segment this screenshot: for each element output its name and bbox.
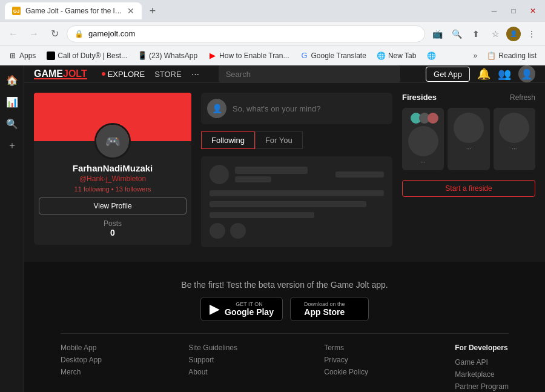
google-translate-icon: G — [300, 51, 308, 60]
footer-link-marketplace[interactable]: Marketplace — [455, 370, 509, 379]
footer-link-guidelines[interactable]: Site Guidelines — [188, 344, 237, 352]
bookmark-translate-vid[interactable]: ▶ How to Enable Tran... — [205, 50, 292, 61]
globe-icon: 🌐 — [377, 51, 386, 60]
globe2-icon: 🌐 — [427, 51, 435, 60]
whatsapp-label: (23) WhatsApp — [149, 51, 197, 60]
more-options-icon[interactable]: ⋮ — [523, 25, 540, 42]
nav-user-avatar[interactable]: 👤 — [518, 65, 535, 82]
fireside-card-3[interactable]: ··· — [494, 108, 535, 170]
firesides-header: Firesides Refresh — [402, 93, 535, 102]
footer-cta-text: Be the first! Test the beta version of t… — [61, 280, 509, 290]
tab-for-you[interactable]: For You — [255, 131, 303, 149]
play-large-text: Google Play — [225, 307, 274, 317]
post-text-input[interactable] — [233, 104, 386, 113]
share-icon[interactable]: ⬆ — [467, 25, 484, 42]
maximize-button[interactable]: □ — [506, 4, 521, 18]
footer-link-support[interactable]: Support — [188, 356, 237, 364]
whatsapp-icon: 📱 — [138, 51, 147, 60]
store-label: STORE — [154, 70, 182, 79]
logo-jolt-text: JOLT — [63, 68, 87, 79]
nav-notification-icon[interactable]: 🔔 — [477, 67, 490, 81]
close-window-button[interactable]: ✕ — [526, 4, 540, 18]
get-app-button[interactable]: Get App — [426, 67, 470, 82]
sidebar-search-icon[interactable]: 🔍 — [2, 114, 22, 133]
address-bar[interactable]: 🔒 gamejolt.com — [67, 25, 425, 42]
tab-title: Game Jolt - Games for the love o... — [25, 7, 122, 15]
browser-tab[interactable]: GJ Game Jolt - Games for the love o... ✕ — [5, 2, 142, 19]
footer-link-privacy[interactable]: Privacy — [324, 356, 368, 364]
skeleton-line-3 — [210, 212, 314, 218]
nav-actions: Get App 🔔 👥 👤 — [426, 65, 535, 82]
footer-link-terms[interactable]: Terms — [324, 344, 368, 352]
bookmark-icon[interactable]: ☆ — [487, 25, 504, 42]
bookmark-cod[interactable]: Call of Duty® | Best... — [43, 50, 131, 61]
tab-favicon: GJ — [12, 7, 21, 15]
nav-more-options[interactable]: ⋯ — [191, 70, 199, 79]
fireside-card-1[interactable]: ··· — [402, 108, 444, 170]
search-input[interactable] — [219, 65, 400, 82]
chrome-profile-avatar[interactable]: 👤 — [506, 27, 521, 41]
forward-button[interactable]: → — [25, 25, 42, 42]
tab-following[interactable]: Following — [201, 131, 255, 149]
bookmark-apps[interactable]: ⊞ Apps — [5, 50, 39, 61]
footer-link-game-api[interactable]: Game API — [455, 358, 509, 367]
reading-list-icon: 📋 — [487, 51, 496, 60]
back-button[interactable]: ← — [5, 25, 22, 42]
new-tab-button[interactable]: + — [144, 2, 161, 19]
sidebar-chart-icon[interactable]: 📊 — [2, 92, 22, 111]
skeleton-header — [210, 165, 384, 184]
footer-col-2: Site Guidelines Support About — [188, 344, 237, 391]
refresh-button[interactable]: ↻ — [46, 25, 63, 42]
bookmark-google-translate[interactable]: G Google Translate — [296, 50, 369, 61]
footer-col-3: Terms Privacy Cookie Policy — [324, 344, 368, 391]
nav-store[interactable]: STORE — [154, 70, 182, 79]
window-controls: ─ □ ✕ — [487, 4, 540, 18]
view-profile-button[interactable]: View Profile — [39, 198, 187, 214]
footer-link-partner[interactable]: Partner Program — [455, 382, 509, 391]
zoom-icon[interactable]: 🔍 — [448, 25, 465, 42]
browser-titlebar: GJ Game Jolt - Games for the love o... ✕… — [0, 0, 545, 22]
firesides-refresh-btn[interactable]: Refresh — [510, 93, 535, 102]
skeleton-avatar-3 — [230, 223, 246, 239]
skeleton-avatar-2 — [210, 223, 225, 239]
footer-link-cookie[interactable]: Cookie Policy — [324, 368, 368, 376]
footer-link-merch[interactable]: Merch — [61, 368, 102, 376]
footer-link-desktop[interactable]: Desktop App — [61, 356, 102, 364]
bookmarks-more-icon[interactable]: » — [474, 51, 478, 60]
address-text: gamejolt.com — [88, 29, 417, 38]
left-sidebar: 🏠 📊 🔍 ＋ — [0, 65, 24, 392]
sidebar-home-icon[interactable]: 🏠 — [2, 70, 22, 90]
toolbar-actions: 📺 🔍 ⬆ ☆ 👤 ⋮ — [429, 25, 540, 42]
nav-explore[interactable]: EXPLORE — [102, 70, 145, 79]
fireside-name-1: ··· — [420, 159, 425, 165]
browser-toolbar: ← → ↻ 🔒 gamejolt.com 📺 🔍 ⬆ ☆ 👤 ⋮ — [0, 22, 545, 46]
gamejolt-logo: GAMEJOLT — [34, 68, 87, 79]
bookmark-whatsapp[interactable]: 📱 (23) WhatsApp — [134, 50, 201, 61]
sidebar-add-icon[interactable]: ＋ — [2, 136, 22, 155]
footer-link-mobile[interactable]: Mobile App — [61, 344, 102, 352]
fireside-card-2[interactable]: ··· — [448, 108, 489, 170]
skeleton-avatar-1 — [210, 165, 229, 184]
bookmark-new-tab[interactable]: 🌐 New Tab — [374, 50, 420, 61]
fireside-main-avatar-2 — [454, 113, 484, 143]
fireside-avatar-1c — [428, 113, 438, 124]
minimize-button[interactable]: ─ — [487, 4, 501, 18]
bookmark-globe[interactable]: 🌐 — [423, 50, 439, 61]
nav-links: EXPLORE STORE ⋯ — [102, 70, 199, 79]
cast-icon[interactable]: 📺 — [429, 25, 446, 42]
posts-label: Posts — [34, 219, 191, 228]
tab-close-icon[interactable]: ✕ — [127, 6, 134, 16]
start-fireside-button[interactable]: Start a fireside — [402, 180, 535, 197]
bookmarks-bar: ⊞ Apps Call of Duty® | Best... 📱 (23) Wh… — [0, 46, 545, 65]
nav-friends-icon[interactable]: 👥 — [498, 67, 511, 81]
apps-icon: ⊞ — [8, 51, 17, 60]
google-play-badge[interactable]: ▶ GET IT ON Google Play — [200, 297, 283, 321]
for-developers-title: For Developers — [455, 344, 509, 352]
footer-link-about[interactable]: About — [188, 368, 237, 376]
app-store-badge[interactable]: Download on the App Store — [290, 297, 369, 321]
play-icon: ▶ — [210, 301, 220, 317]
main-content-area: GAMEJOLT EXPLORE STORE ⋯ Get A — [24, 65, 545, 392]
reading-list[interactable]: 📋 Reading list — [483, 50, 540, 61]
feed-section: 👤 Following For You — [201, 93, 392, 252]
new-tab-label: New Tab — [388, 51, 416, 60]
